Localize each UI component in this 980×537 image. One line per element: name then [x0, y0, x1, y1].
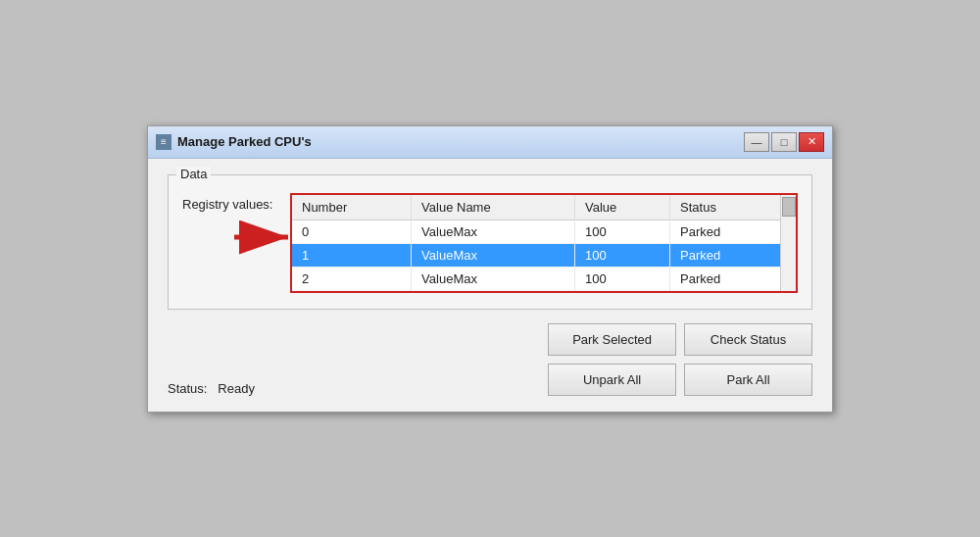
- cell-value: 100: [574, 243, 669, 267]
- cell-number: 1: [292, 243, 412, 267]
- col-number: Number: [292, 195, 412, 220]
- status-label: Status:: [168, 381, 207, 396]
- table-row[interactable]: 1 ValueMax 100 Parked: [292, 243, 780, 267]
- red-arrow-icon: [229, 213, 298, 262]
- col-value: Value: [574, 195, 669, 220]
- cell-status: Parked: [670, 267, 780, 290]
- registry-table-container: Number Value Name Value Status 0 ValueMa…: [290, 193, 798, 293]
- table-row[interactable]: 0 ValueMax 100 Parked: [292, 220, 780, 243]
- title-bar: ≡ Manage Parked CPU's — □ ✕: [148, 126, 832, 159]
- registry-row: Registry values: Number: [182, 193, 798, 293]
- window-icon: ≡: [156, 134, 172, 150]
- main-window: ≡ Manage Parked CPU's — □ ✕ Data Registr…: [147, 125, 833, 413]
- status-value: Ready: [218, 381, 255, 396]
- table-row[interactable]: 2 ValueMax 100 Parked: [292, 267, 780, 290]
- park-selected-button[interactable]: Park Selected: [548, 323, 676, 356]
- col-status: Status: [670, 195, 780, 220]
- status-area: Status: Ready: [168, 381, 255, 396]
- title-bar-left: ≡ Manage Parked CPU's: [156, 134, 312, 150]
- data-group-label: Data: [176, 167, 211, 181]
- cell-value: 100: [574, 267, 669, 290]
- bottom-section: Status: Ready Park Selected Check Status…: [168, 323, 812, 396]
- cell-value-name: ValueMax: [412, 267, 575, 290]
- minimize-button[interactable]: —: [744, 132, 769, 152]
- scrollbar-thumb[interactable]: [782, 197, 796, 217]
- cell-value-name: ValueMax: [412, 220, 575, 243]
- title-buttons: — □ ✕: [744, 132, 824, 152]
- registry-table: Number Value Name Value Status 0 ValueMa…: [292, 195, 780, 291]
- table-body: 0 ValueMax 100 Parked 1 ValueMax 100 Par…: [292, 220, 780, 290]
- cell-number: 2: [292, 267, 412, 290]
- cell-number: 0: [292, 220, 412, 243]
- cell-status: Parked: [670, 220, 780, 243]
- table-header-row: Number Value Name Value Status: [292, 195, 780, 220]
- scrollbar[interactable]: [780, 195, 796, 291]
- registry-label: Registry values:: [182, 193, 280, 212]
- maximize-button[interactable]: □: [771, 132, 797, 152]
- table-header: Number Value Name Value Status: [292, 195, 780, 220]
- window-body: Data Registry values:: [148, 159, 832, 412]
- col-value-name: Value Name: [412, 195, 575, 220]
- check-status-button[interactable]: Check Status: [684, 323, 812, 356]
- action-buttons: Park Selected Check Status Unpark All Pa…: [548, 323, 812, 396]
- unpark-all-button[interactable]: Unpark All: [548, 364, 676, 396]
- cell-value: 100: [574, 220, 669, 243]
- park-all-button[interactable]: Park All: [684, 364, 812, 396]
- data-group: Data Registry values:: [168, 174, 812, 310]
- close-button[interactable]: ✕: [799, 132, 824, 152]
- window-title: Manage Parked CPU's: [177, 134, 312, 149]
- cell-status: Parked: [670, 243, 780, 267]
- cell-value-name: ValueMax: [412, 243, 575, 267]
